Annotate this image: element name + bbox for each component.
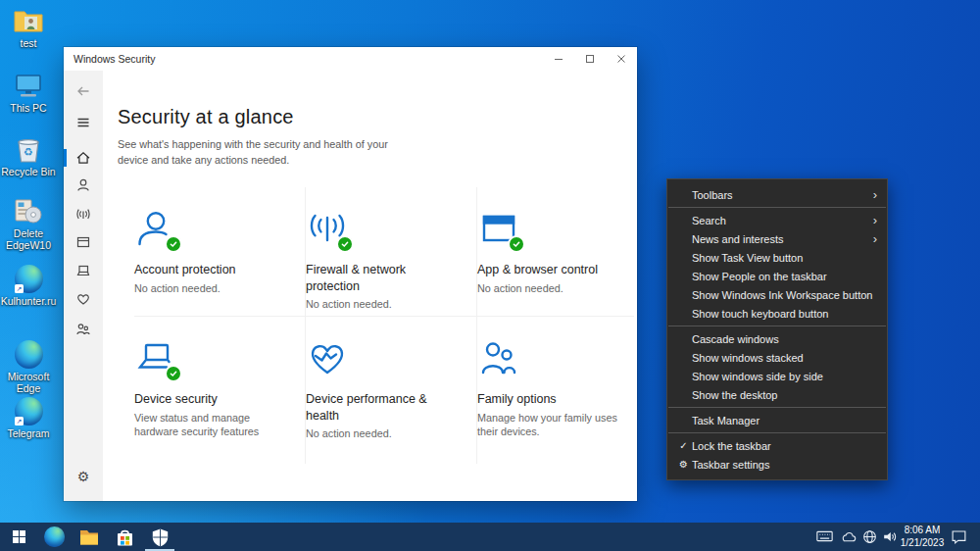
svg-text:♻: ♻	[24, 146, 33, 158]
windows-security-shield-icon	[151, 527, 170, 547]
family-options-icon	[477, 337, 520, 380]
security-at-a-glance-page: Security at a glance See what's happenin…	[103, 71, 637, 501]
menu-item-taskbar-settings[interactable]: ⚙Taskbar settings	[667, 455, 887, 474]
file-explorer-icon	[79, 528, 99, 545]
tile-title: Device security	[134, 391, 291, 407]
start-button[interactable]	[2, 523, 35, 551]
tile-app-browser-control[interactable]: App & browser control No action needed.	[477, 187, 634, 317]
desktop: test This PC ♻ Recycle Bin Delete EdgeW1…	[0, 0, 980, 551]
menu-item-toolbars[interactable]: Toolbars›	[667, 185, 887, 204]
tile-title: Family options	[477, 391, 620, 407]
shortcut-arrow-icon: ↗	[15, 284, 24, 293]
installer-package-icon	[13, 196, 44, 225]
back-button[interactable]	[64, 78, 103, 104]
close-button[interactable]	[606, 47, 637, 71]
clock-time: 8:06 AM	[897, 525, 948, 537]
desktop-icon-microsoft-edge[interactable]: Microsoft Edge	[0, 339, 57, 394]
desktop-icon-label: Telegram	[0, 427, 57, 439]
sidebar-item-home[interactable]	[64, 145, 103, 171]
status-ok-icon	[508, 235, 525, 253]
onedrive-icon[interactable]	[840, 529, 857, 547]
menu-item-cascade-windows[interactable]: Cascade windows	[667, 329, 887, 348]
desktop-icon-test[interactable]: test	[0, 6, 57, 49]
menu-separator	[668, 326, 886, 326]
microsoft-store-icon	[116, 527, 134, 547]
taskbar-file-explorer-button[interactable]	[73, 523, 106, 551]
menu-button[interactable]	[64, 110, 103, 135]
menu-separator	[668, 407, 886, 408]
minimize-button[interactable]	[543, 47, 574, 71]
menu-item-show-touch-keyboard-button[interactable]: Show touch keyboard button	[667, 304, 887, 323]
taskbar: 8:06 AM 1/21/2023	[0, 523, 980, 551]
status-ok-icon	[336, 235, 354, 253]
sidebar-item-firewall-network[interactable]	[64, 201, 103, 226]
check-icon: ✓	[675, 440, 692, 451]
edge-icon	[44, 526, 65, 547]
sidebar-item-app-browser-control[interactable]	[64, 229, 103, 255]
maximize-button[interactable]	[574, 47, 606, 71]
window-sidebar: ⚙	[64, 71, 103, 501]
menu-item-show-people-on-taskbar[interactable]: Show People on the taskbar	[667, 267, 887, 285]
recycle-bin-icon: ♻	[13, 134, 44, 164]
tile-device-security[interactable]: Device security View status and manage h…	[134, 317, 306, 464]
menu-item-search[interactable]: Search›	[667, 211, 887, 229]
tile-subtitle: No action needed.	[306, 426, 463, 441]
menu-item-show-windows-ink-workspace-button[interactable]: Show Windows Ink Workspace button	[667, 285, 887, 304]
submenu-arrow-icon: ›	[873, 188, 879, 201]
device-performance-icon	[306, 337, 349, 380]
status-ok-icon	[165, 235, 182, 253]
tile-title: Device performance & health	[306, 391, 463, 424]
desktop-icon-recycle-bin[interactable]: ♻ Recycle Bin	[0, 134, 57, 177]
titlebar[interactable]: Windows Security	[64, 47, 637, 71]
tile-subtitle: View status and manage hardware security…	[134, 411, 291, 439]
menu-item-task-manager[interactable]: Task Manager	[667, 411, 887, 429]
menu-item-show-windows-stacked[interactable]: Show windows stacked	[667, 348, 887, 367]
desktop-icon-delete-edgew10[interactable]: Delete EdgeW10	[0, 196, 57, 251]
desktop-icon-kulhunter[interactable]: ↗ Kulhunter.ru	[0, 264, 57, 307]
sidebar-item-family-options[interactable]	[64, 317, 103, 342]
action-center-icon[interactable]	[951, 528, 967, 549]
tile-subtitle: No action needed.	[134, 281, 291, 296]
desktop-icon-label: Delete EdgeW10	[0, 227, 57, 251]
taskbar-context-menu: Toolbars› Search› News and interests› Sh…	[666, 178, 888, 480]
tile-subtitle: No action needed.	[306, 297, 463, 312]
menu-item-lock-the-taskbar[interactable]: ✓Lock the taskbar	[667, 436, 887, 455]
clock-date: 1/21/2023	[897, 537, 948, 550]
taskbar-clock[interactable]: 8:06 AM 1/21/2023	[897, 525, 948, 549]
menu-separator	[668, 207, 886, 208]
volume-icon[interactable]	[882, 529, 898, 548]
shortcut-arrow-icon: ↗	[15, 417, 24, 426]
tile-device-performance-health[interactable]: Device performance & health No action ne…	[306, 317, 477, 464]
touch-keyboard-icon[interactable]	[816, 529, 833, 547]
tile-family-options[interactable]: Family options Manage how your family us…	[477, 317, 634, 464]
desktop-icon-telegram[interactable]: ↗ Telegram	[0, 396, 57, 439]
submenu-arrow-icon: ›	[873, 214, 879, 226]
sidebar-item-account-protection[interactable]	[64, 173, 103, 198]
taskbar-store-button[interactable]	[108, 523, 141, 551]
windows-security-window: Windows Security ⚙ Security a	[64, 47, 637, 501]
menu-item-news-and-interests[interactable]: News and interests›	[667, 229, 887, 248]
tile-subtitle: No action needed.	[477, 281, 620, 296]
desktop-icon-label: Kulhunter.ru	[0, 295, 57, 307]
network-icon[interactable]	[862, 529, 877, 548]
page-subtitle: See what's happening with the security a…	[118, 137, 407, 168]
tile-firewall-network-protection[interactable]: Firewall & network protection No action …	[306, 187, 477, 317]
menu-separator	[668, 432, 886, 433]
menu-item-show-windows-side-by-side[interactable]: Show windows side by side	[667, 367, 887, 385]
folder-user-icon	[13, 6, 44, 35]
desktop-icon-this-pc[interactable]: This PC	[0, 71, 57, 114]
windows-logo-icon	[13, 530, 25, 543]
page-title: Security at a glance	[118, 106, 637, 128]
tile-account-protection[interactable]: Account protection No action needed.	[134, 187, 306, 317]
menu-item-show-task-view-button[interactable]: Show Task View button	[667, 248, 887, 267]
menu-item-show-the-desktop[interactable]: Show the desktop	[667, 385, 887, 404]
desktop-icon-label: Recycle Bin	[0, 166, 57, 177]
taskbar-windows-security-button[interactable]	[143, 523, 176, 551]
settings-button[interactable]: ⚙	[64, 464, 103, 489]
sidebar-item-device-security[interactable]	[64, 258, 103, 283]
taskbar-edge-button[interactable]	[37, 523, 71, 551]
sidebar-item-device-performance[interactable]	[64, 286, 103, 312]
desktop-icon-label: Microsoft Edge	[0, 371, 57, 394]
gear-icon: ⚙	[675, 459, 692, 470]
tile-title: Account protection	[134, 262, 291, 277]
